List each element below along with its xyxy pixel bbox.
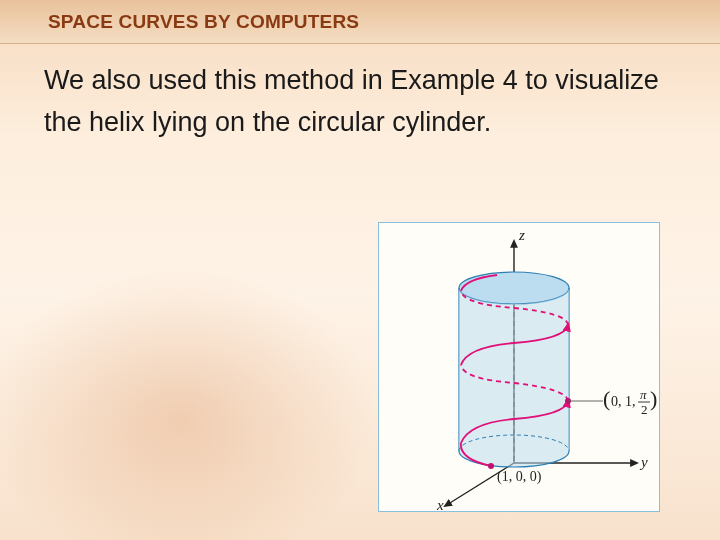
svg-text:π: π	[640, 387, 647, 402]
svg-text:(: (	[603, 386, 610, 411]
label-0-1-pi-2: ( 0, 1, π 2 )	[603, 386, 657, 417]
title-bar: SPACE CURVES BY COMPUTERS	[0, 0, 720, 44]
point-1-0-0	[488, 463, 494, 469]
y-label: y	[639, 454, 648, 470]
svg-point-1	[459, 272, 569, 304]
svg-text:0, 1,: 0, 1,	[611, 394, 636, 409]
z-label: z	[518, 227, 525, 243]
helix-cylinder-figure: z y x (1, 0, 0) ( 0, 1, π 2 )	[378, 222, 660, 512]
svg-text:2: 2	[641, 402, 648, 417]
helix-diagram-svg: z y x (1, 0, 0) ( 0, 1, π 2 )	[379, 223, 661, 513]
slide-title: SPACE CURVES BY COMPUTERS	[48, 11, 359, 33]
slide-body: We also used this method in Example 4 to…	[0, 44, 720, 144]
body-paragraph: We also used this method in Example 4 to…	[44, 60, 676, 144]
label-1-0-0: (1, 0, 0)	[497, 469, 542, 485]
svg-text:): )	[650, 386, 657, 411]
x-label: x	[436, 497, 444, 513]
cylinder	[459, 272, 569, 467]
